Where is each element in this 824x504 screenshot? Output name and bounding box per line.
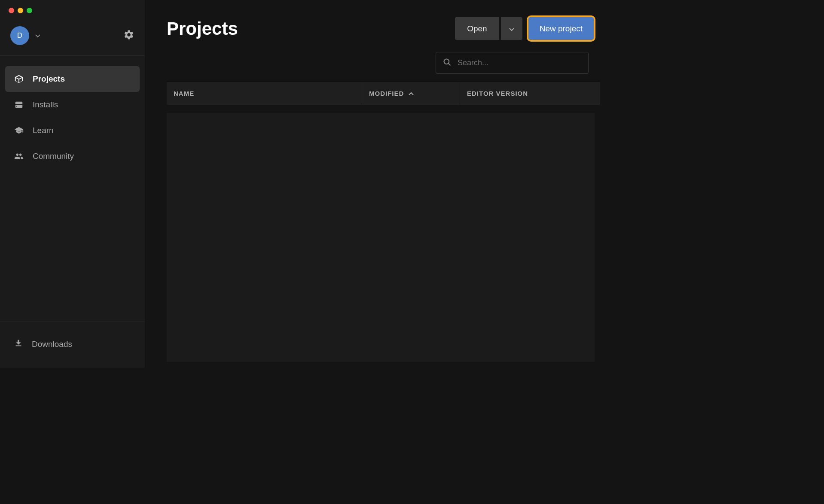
column-label: NAME [174,90,194,97]
app-window: D Projects [0,0,601,368]
window-maximize-button[interactable] [27,8,32,13]
search-box[interactable] [436,52,589,74]
download-icon [14,338,23,350]
cube-icon [14,74,24,84]
sidebar-item-label: Learn [33,126,54,135]
empty-project-list [167,113,595,362]
sidebar-item-label: Downloads [32,340,72,349]
svg-point-0 [444,59,449,64]
graduation-icon [14,125,24,136]
user-section: D [0,18,145,55]
drive-icon [14,100,24,110]
settings-button[interactable] [123,29,134,42]
window-controls [0,0,145,18]
avatar: D [10,26,29,45]
new-project-button[interactable]: New project [528,17,594,40]
search-row [145,52,601,82]
column-header-editor-version[interactable]: EDITOR VERSION [460,82,601,105]
new-project-label: New project [540,24,583,33]
column-header-name[interactable]: NAME [167,82,362,105]
table-body [145,105,601,368]
window-close-button[interactable] [9,8,14,13]
sidebar-item-downloads[interactable]: Downloads [5,331,140,358]
table-header: NAME MODIFIED EDITOR VERSION [167,82,601,105]
header-actions: Open New project [455,15,595,42]
search-icon [443,58,452,68]
main-content: Projects Open New project [145,0,601,368]
people-icon [14,151,24,161]
sidebar-item-projects[interactable]: Projects [5,66,140,92]
sidebar-item-installs[interactable]: Installs [5,92,140,118]
header: Projects Open New project [145,0,601,52]
sidebar-item-learn[interactable]: Learn [5,118,140,143]
sort-ascending-icon [408,90,414,97]
open-button-label: Open [467,24,487,33]
open-dropdown-button[interactable] [501,17,522,40]
new-project-highlight: New project [527,15,595,42]
open-button-group: Open [455,17,522,40]
svg-line-1 [449,63,451,65]
sidebar: D Projects [0,0,145,368]
sidebar-item-label: Community [33,152,74,161]
sidebar-item-community[interactable]: Community [5,143,140,169]
page-title: Projects [167,18,238,39]
column-label: MODIFIED [369,90,404,97]
search-input[interactable] [458,58,581,67]
sidebar-item-label: Installs [33,100,58,109]
open-button[interactable]: Open [455,17,499,40]
column-header-modified[interactable]: MODIFIED [362,82,460,105]
chevron-down-icon [35,32,40,39]
nav-section: Projects Installs Learn Community [0,56,145,322]
avatar-initial: D [17,31,22,40]
column-label: EDITOR VERSION [467,90,528,97]
window-minimize-button[interactable] [18,8,23,13]
downloads-section: Downloads [0,322,145,368]
chevron-down-icon [509,24,514,33]
user-menu[interactable]: D [10,26,40,45]
sidebar-item-label: Projects [33,74,65,84]
